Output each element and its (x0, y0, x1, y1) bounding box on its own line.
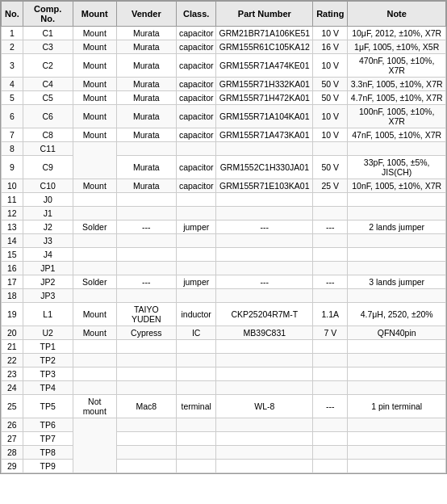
table-row: 16JP1 (2, 262, 446, 275)
cell-vender: Murata (116, 91, 176, 105)
cell-rating: --- (313, 220, 348, 234)
cell-rating (313, 368, 348, 381)
cell-rating: 16 V (313, 40, 348, 54)
cell-class: jumper (176, 275, 216, 289)
cell-rating (313, 354, 348, 368)
cell-mount: Mount (73, 128, 116, 142)
cell-note: 33pF, 1005, ±5%, JIS(CH) (348, 156, 446, 179)
cell-part (216, 340, 313, 354)
cell-rating (313, 248, 348, 262)
cell-part (216, 460, 313, 473)
column-header: Rating (313, 2, 348, 27)
column-header: Comp. No. (23, 2, 73, 27)
cell-part (216, 234, 313, 248)
cell-mount (73, 381, 116, 395)
table-body: 1C1MountMuratacapacitorGRM21BR71A106KE51… (2, 27, 446, 473)
cell-mount: Mount (73, 27, 116, 40)
cell-note (348, 234, 446, 248)
cell-part (216, 446, 313, 460)
cell-part (216, 207, 313, 220)
cell-rating: 25 V (313, 179, 348, 193)
cell-comp: C11 (23, 142, 73, 156)
cell-comp: JP3 (23, 289, 73, 303)
cell-vender (116, 234, 176, 248)
table-row: 23TP3 (2, 368, 446, 381)
cell-part: MB39C831 (216, 326, 313, 340)
cell-vender (116, 207, 176, 220)
cell-class (176, 381, 216, 395)
cell-vender (116, 142, 176, 156)
column-header: Note (348, 2, 446, 27)
cell-no: 25 (2, 395, 23, 418)
cell-no: 7 (2, 128, 23, 142)
cell-comp: TP4 (23, 381, 73, 395)
column-header: No. (2, 2, 23, 27)
cell-vender: Mac8 (116, 395, 176, 418)
cell-note (348, 460, 446, 473)
column-header: Mount (73, 2, 116, 27)
cell-no: 23 (2, 368, 23, 381)
cell-no: 10 (2, 179, 23, 193)
cell-comp: C2 (23, 54, 73, 78)
table-row: 28TP8 (2, 446, 446, 460)
cell-rating: 10 V (313, 128, 348, 142)
cell-class: capacitor (176, 54, 216, 78)
cell-note (348, 381, 446, 395)
table-row: 9C9MuratacapacitorGRM1552C1H330JA0150 V3… (2, 156, 446, 179)
cell-rating: 50 V (313, 156, 348, 179)
cell-vender (116, 460, 176, 473)
cell-rating: 50 V (313, 91, 348, 105)
cell-class: capacitor (176, 179, 216, 193)
cell-class: jumper (176, 220, 216, 234)
cell-part: GRM1552C1H330JA01 (216, 156, 313, 179)
cell-vender (116, 248, 176, 262)
cell-no: 19 (2, 303, 23, 326)
cell-note (348, 262, 446, 275)
table-row: 19L1MountTAIYO YUDENinductorCKP25204R7M-… (2, 303, 446, 326)
cell-comp: C4 (23, 78, 73, 91)
table-row: 12J1 (2, 207, 446, 220)
cell-mount (73, 289, 116, 303)
cell-comp: JP1 (23, 262, 73, 275)
cell-mount: Mount (73, 105, 116, 128)
cell-rating: 10 V (313, 105, 348, 128)
cell-mount: Not mount (73, 395, 116, 418)
table-row: 7C8MountMuratacapacitorGRM155R71A473KA01… (2, 128, 446, 142)
cell-part: GRM155R71A104KA01 (216, 105, 313, 128)
cell-note (348, 354, 446, 368)
table-row: 15J4 (2, 248, 446, 262)
cell-no: 29 (2, 460, 23, 473)
cell-note (348, 207, 446, 220)
cell-mount: Solder (73, 275, 116, 289)
cell-class (176, 354, 216, 368)
cell-rating (313, 432, 348, 446)
cell-note (348, 446, 446, 460)
cell-note (348, 368, 446, 381)
cell-note: QFN40pin (348, 326, 446, 340)
cell-vender (116, 381, 176, 395)
cell-rating (313, 446, 348, 460)
cell-no: 16 (2, 262, 23, 275)
cell-part (216, 248, 313, 262)
cell-rating: 10 V (313, 54, 348, 78)
cell-part (216, 381, 313, 395)
cell-comp: U2 (23, 326, 73, 340)
cell-mount (73, 354, 116, 368)
cell-note (348, 340, 446, 354)
cell-part: WL-8 (216, 395, 313, 418)
cell-class (176, 289, 216, 303)
cell-class: inductor (176, 303, 216, 326)
cell-no: 17 (2, 275, 23, 289)
cell-vender: Murata (116, 156, 176, 179)
cell-class: capacitor (176, 91, 216, 105)
cell-vender (116, 262, 176, 275)
cell-class (176, 418, 216, 432)
cell-part: GRM155R71A474KE01 (216, 54, 313, 78)
cell-class: capacitor (176, 78, 216, 91)
cell-no: 13 (2, 220, 23, 234)
cell-class: capacitor (176, 105, 216, 128)
cell-part: GRM155R71E103KA01 (216, 179, 313, 193)
cell-class (176, 340, 216, 354)
table-row: 22TP2 (2, 354, 446, 368)
cell-part: CKP25204R7M-T (216, 303, 313, 326)
